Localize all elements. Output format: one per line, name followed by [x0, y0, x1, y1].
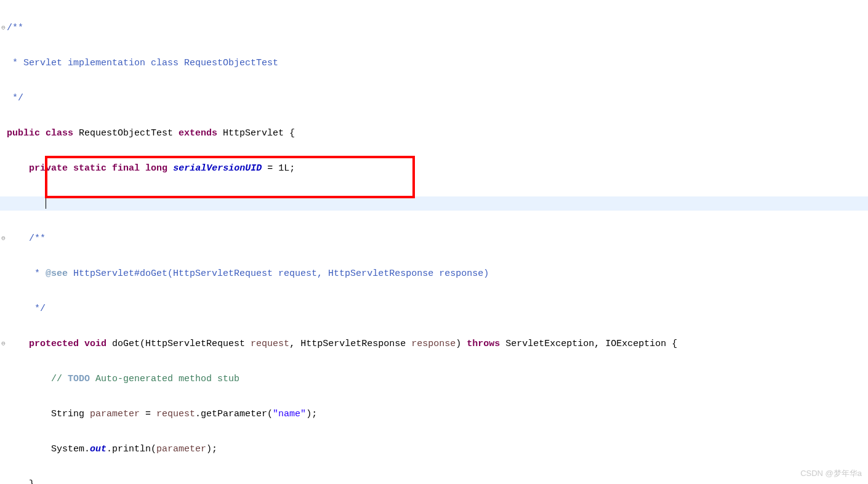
method-sig: doGet(HttpServletRequest	[106, 339, 251, 349]
comment-prefix: //	[51, 374, 68, 384]
javadoc-start: /**	[7, 23, 23, 33]
kw-private: private	[29, 163, 68, 174]
kw-final: final	[112, 163, 140, 174]
kw-static: static	[73, 163, 106, 174]
string-literal: "name"	[273, 409, 306, 419]
field-ref: out	[90, 444, 106, 454]
javadoc-end: */	[7, 93, 23, 103]
class-decl: HttpServlet {	[217, 128, 295, 139]
kw-class: class	[46, 128, 73, 139]
method-call: .println(	[106, 444, 156, 454]
fold-toggle-icon[interactable]: ⊖	[0, 21, 7, 35]
javadoc-tag: @see	[46, 268, 68, 279]
javadoc-text: HttpServlet#doGet(HttpServletRequest req…	[68, 268, 489, 279]
kw-extends: extends	[179, 128, 217, 139]
var-name: parameter	[90, 409, 140, 419]
fold-toggle-icon[interactable]: ⊖	[0, 232, 7, 246]
var-ref: parameter	[156, 444, 206, 454]
method-sig: )	[456, 339, 467, 349]
todo-tag: TODO	[68, 374, 90, 384]
var-ref: request	[156, 409, 195, 419]
type: String	[51, 409, 90, 419]
javadoc-start: /**	[29, 233, 46, 244]
kw-void: void	[84, 339, 106, 349]
javadoc-line: * Servlet implementation class RequestOb…	[7, 58, 278, 68]
brace-close: }	[29, 479, 34, 484]
comment-text: Auto-generated method stub	[90, 374, 239, 384]
field-value: = 1L;	[262, 163, 295, 174]
punct: );	[306, 409, 317, 419]
javadoc-end: */	[29, 304, 46, 314]
throws-list: ServletException, IOException {	[500, 339, 677, 349]
fold-toggle-icon[interactable]: ⊖	[0, 337, 7, 351]
watermark: CSDN @梦年华a	[800, 468, 862, 479]
op: =	[140, 409, 156, 419]
param: request	[251, 339, 289, 349]
class-name: RequestObjectTest	[73, 128, 179, 139]
punct: );	[206, 444, 217, 454]
javadoc-prefix: *	[29, 268, 46, 279]
current-line[interactable]	[0, 196, 868, 211]
kw-long: long	[145, 163, 167, 174]
class-ref: System.	[51, 444, 90, 454]
method-call: .getParameter(	[195, 409, 273, 419]
param: response	[411, 339, 456, 349]
kw-throws: throws	[467, 339, 500, 349]
kw-public: public	[7, 128, 40, 139]
field-name: serialVersionUID	[173, 163, 262, 174]
code-editor[interactable]: ⊖/** * Servlet implementation class Requ…	[0, 0, 868, 484]
kw-protected: protected	[29, 339, 79, 349]
method-sig: , HttpServletResponse	[289, 339, 411, 349]
